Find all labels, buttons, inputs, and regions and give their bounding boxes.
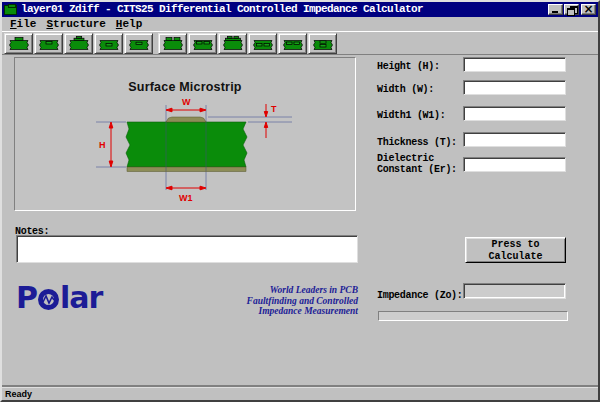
height-label: Height (H):	[377, 61, 467, 72]
toolbar	[2, 31, 598, 55]
minimize-button[interactable]	[548, 4, 563, 15]
calculate-button-line1: Press to	[491, 239, 539, 250]
coated-microstrip-icon	[67, 35, 91, 52]
dielectric-constant-input[interactable]	[463, 157, 566, 172]
thickness-input[interactable]	[463, 132, 566, 147]
toolbar-button-offset-stripline[interactable]	[124, 33, 153, 54]
offset-stripline-icon	[127, 35, 151, 52]
width-label: Width (W):	[377, 84, 467, 95]
toolbar-button-diff-embedded-microstrip[interactable]	[188, 33, 217, 54]
toolbar-button-coated-microstrip[interactable]	[64, 33, 93, 54]
menu-item-structure[interactable]: Structure	[41, 18, 110, 31]
structure-diagram-panel: W T H W1 Surface Microstrip	[14, 57, 356, 211]
diff-stripline-icon	[251, 35, 275, 52]
impedance-output[interactable]	[463, 283, 566, 299]
diff-surface-microstrip-icon	[161, 35, 185, 52]
height-input[interactable]	[463, 57, 566, 72]
main-window: layer01 Zdiff - CITS25 Differential Cont…	[0, 0, 600, 402]
progress-strip	[378, 311, 568, 321]
window-title: layer01 Zdiff - CITS25 Differential Cont…	[21, 2, 547, 17]
dim-w-label: W	[182, 97, 191, 107]
notes-textarea[interactable]	[16, 235, 358, 263]
logo-letters-lar: lar	[60, 283, 102, 313]
company-tagline: World Leaders in PCB Faultfinding and Co…	[200, 285, 358, 317]
width1-label: Width1 (W1):	[377, 110, 467, 121]
width-input[interactable]	[463, 80, 566, 95]
dielectric-constant-label: Dielectric Constant (Er):	[377, 153, 467, 175]
logo-letter-p: P	[16, 283, 37, 313]
menu-item-file[interactable]: File	[5, 18, 41, 31]
polar-logo: P lar	[16, 283, 102, 313]
diff-offset-stripline-icon	[281, 35, 305, 52]
polar-o-zigzag-icon	[38, 289, 59, 310]
dim-h-label: H	[99, 140, 106, 150]
toolbar-button-embedded-microstrip[interactable]	[34, 33, 63, 54]
close-button[interactable]	[581, 4, 596, 15]
impedance-label: Impedance (Zo):	[377, 290, 469, 301]
toolbar-button-diff-coated-microstrip[interactable]	[218, 33, 247, 54]
calculate-button[interactable]: Press to Calculate	[465, 237, 566, 263]
diff-coated-microstrip-icon	[221, 35, 245, 52]
toolbar-button-broadside-coupled-stripline[interactable]	[308, 33, 337, 54]
statusbar: Ready	[2, 387, 598, 400]
tagline-line2: Faultfinding and Controlled	[200, 296, 358, 307]
broadside-coupled-stripline-icon	[311, 35, 335, 52]
width1-input[interactable]	[463, 106, 566, 121]
toolbar-button-diff-stripline[interactable]	[248, 33, 277, 54]
stripline-icon	[97, 35, 121, 52]
surface-microstrip-icon	[7, 35, 31, 52]
diff-embedded-microstrip-icon	[191, 35, 215, 52]
menubar: File Structure Help	[2, 17, 598, 31]
tagline-line1: World Leaders in PCB	[200, 285, 358, 296]
toolbar-button-stripline[interactable]	[94, 33, 123, 54]
menu-item-help[interactable]: Help	[111, 18, 147, 31]
diagram-title: Surface Microstrip	[15, 80, 355, 94]
embedded-microstrip-icon	[37, 35, 61, 52]
dim-t-label: T	[271, 104, 277, 114]
app-icon	[4, 5, 17, 15]
calculate-button-line2: Calculate	[488, 251, 542, 262]
thickness-label: Thickness (T):	[377, 137, 467, 148]
toolbar-button-diff-offset-stripline[interactable]	[278, 33, 307, 54]
tagline-line3: Impedance Measurement	[200, 306, 358, 317]
titlebar: layer01 Zdiff - CITS25 Differential Cont…	[2, 2, 598, 17]
toolbar-button-diff-surface-microstrip[interactable]	[158, 33, 187, 54]
toolbar-button-surface-microstrip[interactable]	[4, 33, 33, 54]
status-text: Ready	[5, 389, 32, 399]
dim-w1-label: W1	[179, 193, 193, 203]
restore-button[interactable]	[564, 4, 579, 15]
